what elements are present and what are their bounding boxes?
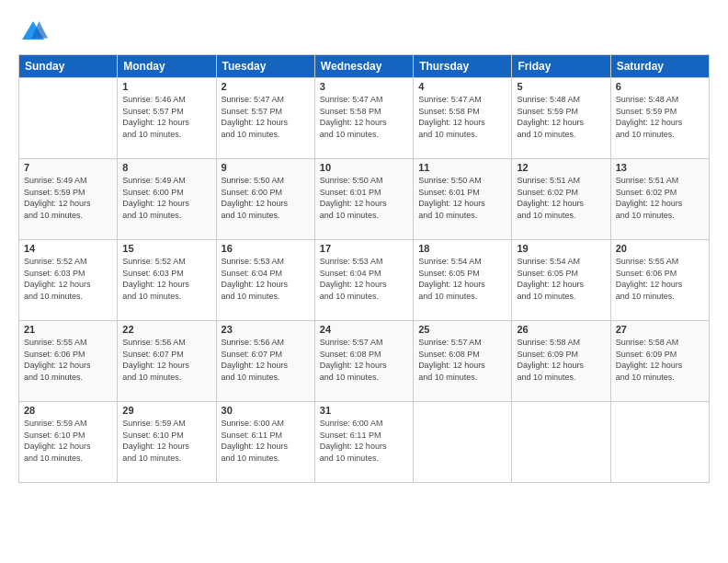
day-info: Sunrise: 5:51 AM Sunset: 6:02 PM Dayligh… (517, 175, 605, 221)
calendar-cell: 14Sunrise: 5:52 AM Sunset: 6:03 PM Dayli… (19, 240, 118, 321)
day-number: 1 (122, 81, 210, 92)
day-info: Sunrise: 5:57 AM Sunset: 6:08 PM Dayligh… (418, 337, 506, 383)
day-number: 13 (616, 162, 704, 173)
day-number: 31 (320, 405, 408, 416)
calendar-cell: 31Sunrise: 6:00 AM Sunset: 6:11 PM Dayli… (314, 402, 413, 483)
calendar-cell: 5Sunrise: 5:48 AM Sunset: 5:59 PM Daylig… (512, 78, 610, 159)
day-info: Sunrise: 6:00 AM Sunset: 6:11 PM Dayligh… (222, 418, 310, 464)
calendar-cell: 21Sunrise: 5:55 AM Sunset: 6:06 PM Dayli… (19, 321, 118, 402)
day-info: Sunrise: 5:47 AM Sunset: 5:58 PM Dayligh… (320, 94, 408, 140)
header-cell-friday: Friday (512, 55, 610, 78)
day-info: Sunrise: 5:49 AM Sunset: 6:00 PM Dayligh… (122, 175, 210, 221)
calendar-cell: 8Sunrise: 5:49 AM Sunset: 6:00 PM Daylig… (118, 159, 216, 240)
day-number: 16 (222, 243, 310, 254)
day-number: 30 (222, 405, 310, 416)
header (18, 14, 710, 47)
week-row-3: 21Sunrise: 5:55 AM Sunset: 6:06 PM Dayli… (19, 321, 710, 402)
day-number: 7 (24, 162, 112, 173)
day-number: 14 (24, 243, 112, 254)
week-row-2: 14Sunrise: 5:52 AM Sunset: 6:03 PM Dayli… (19, 240, 710, 321)
day-info: Sunrise: 5:53 AM Sunset: 6:04 PM Dayligh… (222, 256, 310, 302)
header-cell-tuesday: Tuesday (216, 55, 314, 78)
day-info: Sunrise: 5:59 AM Sunset: 6:10 PM Dayligh… (24, 418, 112, 464)
day-info: Sunrise: 5:47 AM Sunset: 5:57 PM Dayligh… (222, 94, 310, 140)
calendar-cell: 2Sunrise: 5:47 AM Sunset: 5:57 PM Daylig… (216, 78, 314, 159)
calendar-cell: 17Sunrise: 5:53 AM Sunset: 6:04 PM Dayli… (314, 240, 413, 321)
calendar-cell: 19Sunrise: 5:54 AM Sunset: 6:05 PM Dayli… (512, 240, 610, 321)
day-info: Sunrise: 5:54 AM Sunset: 6:05 PM Dayligh… (517, 256, 605, 302)
calendar-cell: 27Sunrise: 5:58 AM Sunset: 6:09 PM Dayli… (610, 321, 709, 402)
header-row: SundayMondayTuesdayWednesdayThursdayFrid… (19, 55, 710, 78)
week-row-0: 1Sunrise: 5:46 AM Sunset: 5:57 PM Daylig… (19, 78, 710, 159)
day-number: 18 (418, 243, 506, 254)
day-info: Sunrise: 5:47 AM Sunset: 5:58 PM Dayligh… (418, 94, 506, 140)
day-number: 26 (517, 324, 605, 335)
day-info: Sunrise: 5:52 AM Sunset: 6:03 PM Dayligh… (122, 256, 210, 302)
calendar-cell: 30Sunrise: 6:00 AM Sunset: 6:11 PM Dayli… (216, 402, 314, 483)
day-number: 9 (222, 162, 310, 173)
day-number: 24 (320, 324, 408, 335)
day-info: Sunrise: 5:50 AM Sunset: 6:01 PM Dayligh… (418, 175, 506, 221)
day-info: Sunrise: 5:55 AM Sunset: 6:06 PM Dayligh… (24, 337, 112, 383)
day-number: 23 (222, 324, 310, 335)
calendar-cell: 23Sunrise: 5:56 AM Sunset: 6:07 PM Dayli… (216, 321, 314, 402)
day-info: Sunrise: 5:48 AM Sunset: 5:59 PM Dayligh… (616, 94, 704, 140)
calendar-cell: 10Sunrise: 5:50 AM Sunset: 6:01 PM Dayli… (314, 159, 413, 240)
day-number: 15 (122, 243, 210, 254)
day-info: Sunrise: 5:56 AM Sunset: 6:07 PM Dayligh… (122, 337, 210, 383)
day-number: 21 (24, 324, 112, 335)
day-info: Sunrise: 5:50 AM Sunset: 6:01 PM Dayligh… (320, 175, 408, 221)
logo (18, 17, 50, 47)
calendar-cell (610, 402, 709, 483)
day-info: Sunrise: 6:00 AM Sunset: 6:11 PM Dayligh… (320, 418, 408, 464)
day-info: Sunrise: 5:52 AM Sunset: 6:03 PM Dayligh… (24, 256, 112, 302)
calendar-cell: 1Sunrise: 5:46 AM Sunset: 5:57 PM Daylig… (118, 78, 216, 159)
calendar-cell: 9Sunrise: 5:50 AM Sunset: 6:00 PM Daylig… (216, 159, 314, 240)
day-number: 10 (320, 162, 408, 173)
day-number: 25 (418, 324, 506, 335)
day-number: 11 (418, 162, 506, 173)
calendar-cell: 18Sunrise: 5:54 AM Sunset: 6:05 PM Dayli… (414, 240, 512, 321)
calendar-cell: 3Sunrise: 5:47 AM Sunset: 5:58 PM Daylig… (314, 78, 413, 159)
header-cell-wednesday: Wednesday (314, 55, 413, 78)
calendar-cell: 12Sunrise: 5:51 AM Sunset: 6:02 PM Dayli… (512, 159, 610, 240)
day-info: Sunrise: 5:59 AM Sunset: 6:10 PM Dayligh… (122, 418, 210, 464)
day-info: Sunrise: 5:50 AM Sunset: 6:00 PM Dayligh… (222, 175, 310, 221)
logo-icon (18, 17, 48, 47)
calendar-cell: 24Sunrise: 5:57 AM Sunset: 6:08 PM Dayli… (314, 321, 413, 402)
day-info: Sunrise: 5:49 AM Sunset: 5:59 PM Dayligh… (24, 175, 112, 221)
header-cell-thursday: Thursday (414, 55, 512, 78)
week-row-1: 7Sunrise: 5:49 AM Sunset: 5:59 PM Daylig… (19, 159, 710, 240)
page: SundayMondayTuesdayWednesdayThursdayFrid… (0, 0, 728, 563)
day-number: 27 (616, 324, 704, 335)
header-cell-saturday: Saturday (610, 55, 709, 78)
day-info: Sunrise: 5:48 AM Sunset: 5:59 PM Dayligh… (517, 94, 605, 140)
calendar-cell: 28Sunrise: 5:59 AM Sunset: 6:10 PM Dayli… (19, 402, 118, 483)
day-info: Sunrise: 5:55 AM Sunset: 6:06 PM Dayligh… (616, 256, 704, 302)
calendar-cell: 11Sunrise: 5:50 AM Sunset: 6:01 PM Dayli… (414, 159, 512, 240)
day-info: Sunrise: 5:56 AM Sunset: 6:07 PM Dayligh… (222, 337, 310, 383)
day-info: Sunrise: 5:57 AM Sunset: 6:08 PM Dayligh… (320, 337, 408, 383)
calendar-cell (19, 78, 118, 159)
calendar-cell: 26Sunrise: 5:58 AM Sunset: 6:09 PM Dayli… (512, 321, 610, 402)
day-number: 20 (616, 243, 704, 254)
calendar-cell: 25Sunrise: 5:57 AM Sunset: 6:08 PM Dayli… (414, 321, 512, 402)
day-number: 6 (616, 81, 704, 92)
day-number: 8 (122, 162, 210, 173)
day-info: Sunrise: 5:51 AM Sunset: 6:02 PM Dayligh… (616, 175, 704, 221)
day-number: 29 (122, 405, 210, 416)
day-number: 12 (517, 162, 605, 173)
day-info: Sunrise: 5:46 AM Sunset: 5:57 PM Dayligh… (122, 94, 210, 140)
calendar-cell: 22Sunrise: 5:56 AM Sunset: 6:07 PM Dayli… (118, 321, 216, 402)
day-number: 17 (320, 243, 408, 254)
day-info: Sunrise: 5:54 AM Sunset: 6:05 PM Dayligh… (418, 256, 506, 302)
calendar-cell: 15Sunrise: 5:52 AM Sunset: 6:03 PM Dayli… (118, 240, 216, 321)
calendar-body: 1Sunrise: 5:46 AM Sunset: 5:57 PM Daylig… (19, 78, 710, 483)
week-row-4: 28Sunrise: 5:59 AM Sunset: 6:10 PM Dayli… (19, 402, 710, 483)
calendar-cell: 29Sunrise: 5:59 AM Sunset: 6:10 PM Dayli… (118, 402, 216, 483)
day-number: 4 (418, 81, 506, 92)
calendar-table: SundayMondayTuesdayWednesdayThursdayFrid… (18, 54, 710, 483)
header-cell-sunday: Sunday (19, 55, 118, 78)
calendar-cell: 7Sunrise: 5:49 AM Sunset: 5:59 PM Daylig… (19, 159, 118, 240)
day-info: Sunrise: 5:53 AM Sunset: 6:04 PM Dayligh… (320, 256, 408, 302)
